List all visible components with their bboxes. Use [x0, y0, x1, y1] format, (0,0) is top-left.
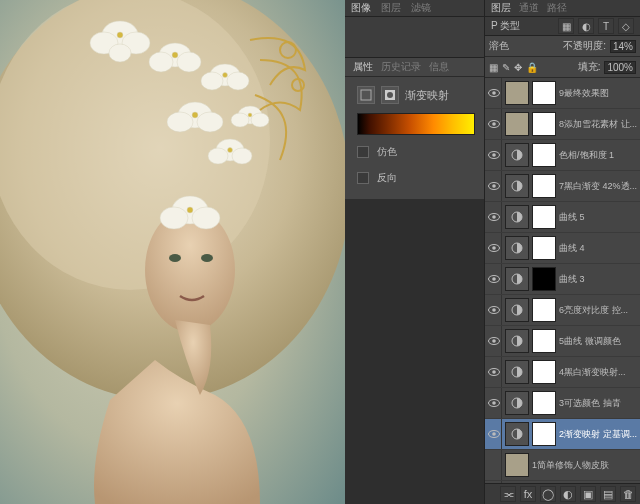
filter-adj-icon[interactable]: ◐	[578, 18, 594, 34]
svg-point-45	[492, 153, 496, 157]
lock-paint-icon[interactable]: ✎	[502, 62, 510, 73]
tab-history[interactable]: 历史记录	[381, 60, 421, 74]
layer-thumb[interactable]	[505, 112, 529, 136]
lock-all-icon[interactable]: 🔒	[526, 62, 538, 73]
kind-filter-label[interactable]: P 类型	[491, 19, 520, 33]
mask-thumb[interactable]	[532, 422, 556, 446]
fill-label: 填充:	[578, 60, 601, 74]
layer-fx-icon[interactable]: fx	[520, 486, 536, 502]
lock-transparent-icon[interactable]: ▦	[489, 62, 498, 73]
visibility-toggle[interactable]	[487, 295, 502, 325]
layer-row[interactable]: 4黑白渐变映射...	[485, 357, 640, 388]
visibility-toggle[interactable]	[487, 450, 502, 480]
canvas-area[interactable]	[0, 0, 345, 504]
layer-row[interactable]: 8添加雪花素材 让...	[485, 109, 640, 140]
new-group-icon[interactable]: ▣	[580, 486, 596, 502]
layer-thumb[interactable]	[505, 453, 529, 477]
layer-thumb[interactable]	[505, 81, 529, 105]
tab-channels[interactable]: 通道	[519, 1, 539, 15]
layer-row[interactable]: 色相/饱和度 1	[485, 140, 640, 171]
adjustment-thumb[interactable]	[505, 236, 529, 260]
mask-thumb[interactable]	[532, 391, 556, 415]
visibility-toggle[interactable]	[487, 388, 502, 418]
layer-row[interactable]: 9最终效果图	[485, 78, 640, 109]
svg-point-48	[492, 184, 496, 188]
mask-thumb[interactable]	[532, 236, 556, 260]
tab-layers[interactable]: 图层	[491, 1, 511, 15]
adjustment-thumb[interactable]	[505, 422, 529, 446]
opacity-label: 不透明度:	[563, 39, 606, 53]
svg-point-4	[169, 254, 181, 262]
adjustment-thumb[interactable]	[505, 360, 529, 384]
visibility-toggle[interactable]	[487, 78, 502, 108]
visibility-toggle[interactable]	[487, 109, 502, 139]
link-layers-icon[interactable]: ⫘	[500, 486, 516, 502]
tab-layer[interactable]: 图层	[381, 1, 401, 15]
opacity-value[interactable]: 14%	[610, 40, 636, 53]
svg-point-12	[149, 52, 173, 72]
new-adjustment-icon[interactable]: ◐	[560, 486, 576, 502]
layer-row[interactable]: 1简单修饰人物皮肤	[485, 450, 640, 481]
dither-checkbox[interactable]	[357, 146, 369, 158]
mask-thumb[interactable]	[532, 360, 556, 384]
fill-value[interactable]: 100%	[604, 61, 636, 74]
visibility-toggle[interactable]	[487, 202, 502, 232]
layer-row[interactable]: 2渐变映射 定基调...	[485, 419, 640, 450]
svg-point-72	[492, 432, 496, 436]
layer-row[interactable]: 5曲线 微调颜色	[485, 326, 640, 357]
tab-info[interactable]: 信息	[429, 60, 449, 74]
tab-filter[interactable]: 滤镜	[411, 1, 431, 15]
svg-point-29	[192, 207, 220, 229]
visibility-toggle[interactable]	[487, 357, 502, 387]
visibility-toggle[interactable]	[487, 264, 502, 294]
visibility-toggle[interactable]	[487, 419, 502, 449]
filter-type-icon[interactable]: T	[598, 18, 614, 34]
filter-shape-icon[interactable]: ◇	[618, 18, 634, 34]
filter-pixel-icon[interactable]: ▦	[558, 18, 574, 34]
tab-properties[interactable]: 属性	[353, 60, 373, 74]
adjustment-thumb[interactable]	[505, 298, 529, 322]
dither-label: 仿色	[377, 145, 397, 159]
svg-point-30	[187, 207, 193, 213]
visibility-toggle[interactable]	[487, 233, 502, 263]
layer-name: 色相/饱和度 1	[559, 149, 638, 162]
delete-layer-icon[interactable]: 🗑	[620, 486, 636, 502]
visibility-toggle[interactable]	[487, 140, 502, 170]
properties-title: 渐变映射	[405, 88, 449, 103]
svg-point-10	[117, 32, 123, 38]
mask-thumb[interactable]	[532, 205, 556, 229]
layer-row[interactable]: 曲线 3	[485, 264, 640, 295]
visibility-toggle[interactable]	[487, 326, 502, 356]
layer-row[interactable]: 7黑白渐变 42%透...	[485, 171, 640, 202]
new-layer-icon[interactable]: ▤	[600, 486, 616, 502]
mask-thumb[interactable]	[532, 174, 556, 198]
mask-thumb[interactable]	[532, 143, 556, 167]
add-mask-icon[interactable]: ◯	[540, 486, 556, 502]
mask-thumb[interactable]	[532, 267, 556, 291]
tab-image[interactable]: 图像	[351, 1, 371, 15]
layers-list[interactable]: 9最终效果图8添加雪花素材 让...色相/饱和度 17黑白渐变 42%透...曲…	[485, 78, 640, 483]
tab-paths[interactable]: 路径	[547, 1, 567, 15]
visibility-toggle[interactable]	[487, 171, 502, 201]
gradient-preview[interactable]	[357, 113, 475, 135]
mask-thumb[interactable]	[532, 298, 556, 322]
lock-position-icon[interactable]: ✥	[514, 62, 522, 73]
svg-point-60	[492, 308, 496, 312]
mask-thumb[interactable]	[532, 329, 556, 353]
layer-row[interactable]: 3可选颜色 抽青	[485, 388, 640, 419]
reverse-checkbox[interactable]	[357, 172, 369, 184]
adjustment-thumb[interactable]	[505, 329, 529, 353]
adjustment-thumb[interactable]	[505, 174, 529, 198]
document-image	[0, 0, 345, 504]
layer-row[interactable]: 曲线 4	[485, 233, 640, 264]
adjustment-thumb[interactable]	[505, 267, 529, 291]
layer-row[interactable]: 6亮度对比度 控...	[485, 295, 640, 326]
layer-row[interactable]: 曲线 5	[485, 202, 640, 233]
adjustment-thumb[interactable]	[505, 143, 529, 167]
mask-thumb[interactable]	[532, 112, 556, 136]
svg-point-41	[492, 91, 496, 95]
adjustment-thumb[interactable]	[505, 205, 529, 229]
mask-thumb[interactable]	[532, 81, 556, 105]
blend-mode-select[interactable]: 溶色	[489, 39, 509, 53]
adjustment-thumb[interactable]	[505, 391, 529, 415]
